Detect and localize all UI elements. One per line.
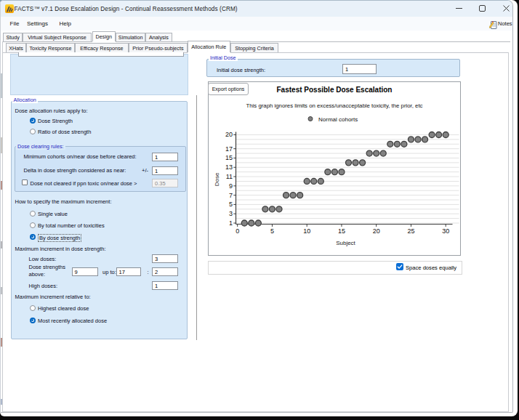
svg-text:Normal cohorts: Normal cohorts	[318, 116, 358, 123]
svg-text:10: 10	[303, 227, 310, 235]
svg-text:25: 25	[407, 227, 414, 235]
svg-text:15: 15	[225, 154, 233, 161]
svg-text:5: 5	[229, 201, 233, 208]
svg-text:15: 15	[338, 227, 345, 235]
svg-text:11: 11	[226, 173, 233, 180]
svg-text:0: 0	[236, 227, 239, 235]
svg-text:30: 30	[442, 227, 449, 235]
svg-text:9: 9	[229, 182, 233, 190]
svg-text:17: 17	[225, 145, 233, 153]
svg-text:Dose: Dose	[214, 172, 220, 186]
svg-text:20: 20	[373, 227, 380, 235]
svg-text:7: 7	[229, 192, 233, 199]
svg-text:5: 5	[270, 227, 274, 235]
svg-text:3: 3	[229, 210, 233, 217]
svg-text:1: 1	[229, 219, 233, 227]
svg-text:Subject: Subject	[336, 240, 355, 246]
svg-text:20: 20	[225, 131, 233, 138]
svg-text:13: 13	[225, 163, 233, 171]
